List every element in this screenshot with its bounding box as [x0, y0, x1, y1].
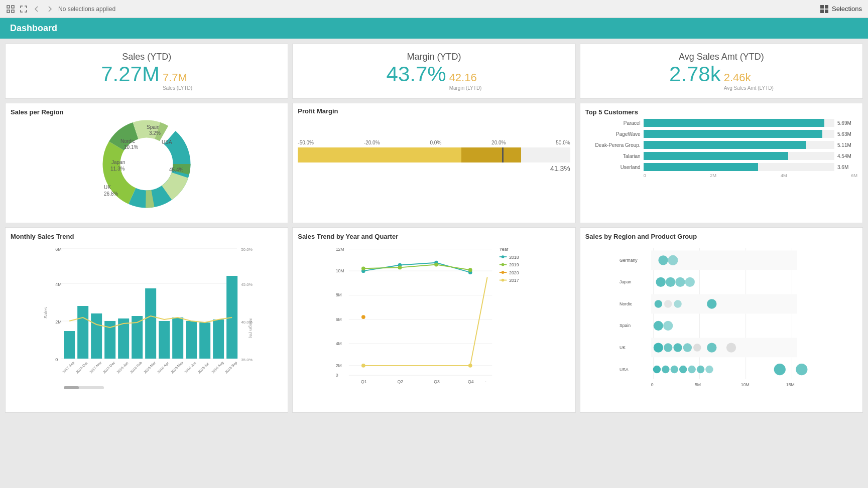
svg-text:10M: 10M — [741, 382, 750, 387]
svg-point-139 — [673, 343, 682, 352]
bar-value-pagewave: 5.63M — [837, 131, 857, 137]
top-bar: No selections applied Selections — [0, 0, 868, 18]
svg-point-131 — [654, 300, 662, 307]
bar-track-deak — [644, 141, 834, 149]
svg-text:Japan: Japan — [111, 159, 125, 165]
svg-text:35.0%: 35.0% — [241, 358, 253, 362]
bar-row-pagewave: PageWave 5.63M — [585, 130, 857, 138]
selections-label: Selections — [832, 5, 862, 13]
svg-text:Sales: Sales — [43, 307, 48, 318]
svg-point-126 — [668, 255, 677, 265]
svg-text:2017-Dec: 2017-Dec — [102, 361, 116, 374]
svg-point-144 — [653, 366, 660, 373]
charts-row1: Sales per Region USA 45.4% UK 26.8% Japa… — [5, 103, 863, 223]
svg-text:UK: UK — [104, 185, 111, 190]
svg-text:Spain: Spain — [147, 124, 160, 130]
pm-axis-3: 0.0% — [430, 140, 441, 145]
bar-value-paracel: 5.69M — [837, 120, 857, 126]
kpi-margin-values: 43.7% 42.16 Margin (LYTD) — [387, 62, 482, 91]
svg-text:Japan: Japan — [619, 279, 632, 284]
bar-axis: 0 2M 4M 6M — [585, 173, 857, 178]
dashboard-header: Dashboard — [0, 18, 868, 39]
svg-rect-4 — [820, 5, 824, 9]
svg-text:2017-Nov: 2017-Nov — [89, 361, 102, 374]
expand-icon[interactable] — [19, 5, 28, 14]
svg-text:11.3%: 11.3% — [110, 166, 125, 172]
pm-axis-4: 20.0% — [491, 140, 506, 145]
svg-rect-37 — [64, 331, 75, 359]
svg-point-135 — [653, 321, 663, 331]
bar-value-deak: 5.11M — [837, 142, 857, 148]
svg-point-142 — [707, 343, 716, 352]
sales-region-title: Sales by Region and Product Group — [585, 233, 857, 240]
svg-point-140 — [683, 343, 691, 352]
dashboard-title: Dashboard — [10, 23, 57, 33]
svg-point-130 — [685, 277, 694, 287]
sales-trend-year-card: Sales Trend by Year and Quarter 12M 10M … — [292, 227, 575, 413]
kpi-avg-sublabel: Avg Sales Amt (LYTD) — [724, 85, 774, 91]
svg-rect-123 — [651, 294, 796, 314]
kpi-margin-sublabel: Margin (LYTD) — [449, 85, 482, 91]
top5-bar-chart: Paracel 5.69M PageWave 5.63M Deak-Perera… — [585, 119, 857, 171]
bar-fill-talarian — [644, 152, 788, 160]
svg-rect-64 — [64, 386, 79, 389]
sales-per-region-card: Sales per Region USA 45.4% UK 26.8% Japa… — [5, 103, 288, 223]
svg-point-151 — [774, 364, 785, 375]
svg-text:8M: 8M — [336, 292, 342, 297]
kpi-sales-ytd: Sales (YTD) 7.27M 7.7M Sales (LYTD) — [5, 44, 288, 99]
svg-text:5M: 5M — [695, 382, 701, 387]
svg-text:2018-Jul: 2018-Jul — [197, 362, 209, 374]
bar-label-pagewave: PageWave — [585, 131, 641, 137]
svg-text:50.0%: 50.0% — [241, 247, 253, 252]
dashboard-body: Sales (YTD) 7.27M 7.7M Sales (LYTD) Marg… — [0, 39, 868, 418]
svg-text:Margin (%): Margin (%) — [249, 318, 253, 338]
svg-point-94 — [468, 364, 472, 368]
svg-point-128 — [666, 277, 675, 287]
svg-rect-49 — [226, 276, 237, 359]
svg-text:45.0%: 45.0% — [241, 282, 253, 287]
back-icon[interactable] — [32, 5, 41, 14]
bar-value-userland: 3.6M — [837, 165, 857, 170]
svg-text:2020: 2020 — [509, 270, 519, 275]
svg-text:0: 0 — [336, 373, 338, 378]
focus-icon[interactable] — [6, 5, 15, 14]
svg-text:26.8%: 26.8% — [104, 191, 118, 197]
forward-icon[interactable] — [45, 5, 54, 14]
profit-margin-card: Profit Margin -50.0% -20.0% 0.0% 20.0% 5… — [292, 103, 575, 223]
bar-row-deak: Deak-Perera Group. 5.11M — [585, 141, 857, 149]
svg-rect-5 — [825, 5, 828, 9]
svg-point-148 — [688, 366, 695, 373]
svg-text:Q4: Q4 — [468, 379, 474, 384]
selections-button[interactable]: Selections — [820, 5, 862, 14]
kpi-avg-main: 2.78k — [669, 62, 721, 86]
svg-text:2018-May: 2018-May — [170, 360, 184, 374]
kpi-sales-secondary: 7.7M — [163, 71, 187, 84]
svg-point-125 — [658, 255, 668, 265]
svg-rect-38 — [77, 306, 88, 359]
bar-label-paracel: Paracel — [585, 120, 641, 126]
bar-value-talarian: 4.54M — [837, 153, 857, 159]
svg-rect-0 — [7, 6, 10, 8]
monthly-trend-container: 6M 4M 2M 0 50.0% 45.0% 40.0% 35.0% Sales… — [11, 243, 283, 394]
bar-fill-paracel — [644, 119, 825, 127]
svg-text:2017-Sep: 2017-Sep — [62, 361, 75, 374]
svg-point-129 — [675, 277, 685, 287]
pm-axis-5: 50.0% — [556, 140, 570, 145]
svg-point-100 — [502, 263, 505, 266]
kpi-margin-secondary: 42.16 — [449, 71, 477, 84]
monthly-trend-svg: 6M 4M 2M 0 50.0% 45.0% 40.0% 35.0% Sales… — [11, 243, 283, 394]
svg-text:2018-Feb: 2018-Feb — [130, 361, 143, 374]
svg-text:2017: 2017 — [509, 278, 519, 283]
bar-row-talarian: Talarian 4.54M — [585, 152, 857, 160]
svg-point-137 — [653, 343, 663, 352]
svg-point-88 — [361, 266, 365, 270]
sales-trend-container: 12M 10M 8M 6M 4M 2M 0 Q1 — [298, 243, 570, 394]
svg-text:UK: UK — [619, 345, 626, 350]
svg-point-91 — [468, 268, 472, 272]
pm-value: 41.3% — [298, 165, 570, 173]
svg-text:15M: 15M — [786, 382, 795, 387]
kpi-row: Sales (YTD) 7.27M 7.7M Sales (LYTD) Marg… — [5, 44, 863, 99]
sales-trend-title: Sales Trend by Year and Quarter — [298, 233, 570, 240]
svg-text:2018-Jun: 2018-Jun — [184, 361, 197, 374]
svg-point-138 — [664, 343, 672, 352]
